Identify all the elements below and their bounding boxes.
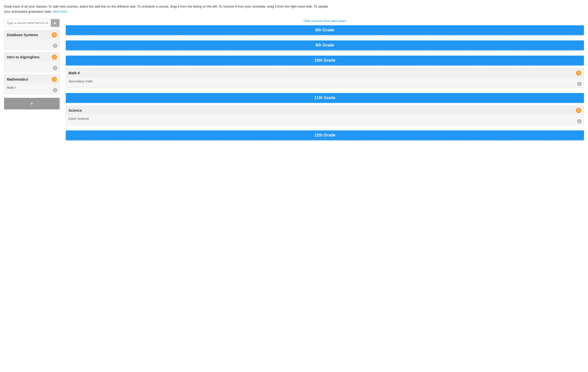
- info-icon-wrap: i: [53, 88, 57, 92]
- info-icon[interactable]: i: [53, 88, 57, 92]
- grade-section: 8th Grade: [66, 25, 584, 35]
- clock-icon[interactable]: [52, 55, 57, 60]
- scheduled-course-sub-name: Earth Science: [69, 117, 89, 121]
- grade-section: 11th GradeScienceEarth Sciencei: [66, 93, 584, 125]
- scheduled-course-body: Secondary mathi: [66, 78, 584, 88]
- left-course-card-body: i: [4, 39, 59, 50]
- grade-section: 9th Grade: [66, 40, 584, 51]
- grade-header: 12th Grade: [66, 130, 584, 141]
- add-course-button[interactable]: +: [4, 98, 60, 109]
- scheduled-course-sub-name: Secondary math: [69, 79, 93, 83]
- right-panel: Hide courses from past years 8th Grade9t…: [66, 19, 584, 146]
- scheduled-course-card: ScienceEarth Sciencei: [66, 106, 584, 125]
- grade-header: 9th Grade: [66, 40, 584, 51]
- clock-icon[interactable]: [576, 71, 581, 76]
- svg-line-2: [54, 35, 55, 35]
- left-courses-container: Database SystemsiIntro to AlgorighmsiMat…: [4, 30, 60, 94]
- scheduled-course-title: Math II: [69, 71, 80, 75]
- scheduled-course-card: Math IISecondary mathi: [66, 68, 584, 88]
- grade-header: 8th Grade: [66, 25, 584, 35]
- grades-container: 8th Grade9th Grade10th GradeMath IISecon…: [66, 25, 584, 141]
- left-course-card: Database Systemsi: [4, 30, 60, 50]
- left-course-card-body: Math Ii: [4, 84, 59, 94]
- scheduled-course-header: Science: [66, 106, 584, 115]
- info-icon[interactable]: i: [53, 43, 57, 48]
- grade-section: 10th GradeMath IISecondary mathi: [66, 56, 584, 88]
- left-course-card: MathematicsMath Ii: [4, 75, 60, 94]
- intro-text: Keep track of all your classes. To add n…: [4, 4, 333, 14]
- info-icon[interactable]: i: [577, 82, 582, 86]
- svg-line-8: [54, 79, 55, 80]
- info-icon-wrap: i: [53, 43, 57, 48]
- svg-line-14: [579, 110, 579, 111]
- search-bar: ►: [4, 19, 60, 27]
- grade-header: 10th Grade: [66, 56, 584, 66]
- clock-icon[interactable]: [52, 77, 57, 82]
- left-course-sub-name: Math I: [7, 86, 16, 89]
- left-course-card-header: Mathematics: [4, 75, 59, 84]
- search-button[interactable]: ►: [51, 19, 59, 27]
- left-course-card-header: Intro to Algorighms: [4, 53, 59, 62]
- svg-line-11: [579, 73, 579, 74]
- svg-line-5: [54, 57, 55, 58]
- info-icon-wrap: i: [577, 119, 582, 124]
- left-course-card-body: i: [4, 62, 59, 72]
- hide-past-courses-link[interactable]: Hide courses from past years: [66, 19, 584, 23]
- info-icon[interactable]: i: [577, 119, 582, 124]
- left-course-card: Intro to Algorighmsi: [4, 52, 60, 72]
- grade-header: 11th Grade: [66, 93, 584, 103]
- page-wrapper: Keep track of all your classes. To add n…: [0, 0, 588, 150]
- info-icon-wrap: i: [577, 82, 582, 86]
- left-course-title: Database Systems: [7, 33, 38, 37]
- clock-icon[interactable]: [52, 32, 57, 37]
- left-course-title: Mathematics: [7, 77, 28, 81]
- info-icon-wrap: i: [53, 66, 57, 70]
- intro-text-after-link: .: [67, 10, 68, 13]
- clock-icon[interactable]: [576, 108, 581, 113]
- graduation-link[interactable]: click here: [53, 10, 67, 13]
- left-panel: ► Database SystemsiIntro to AlgorighmsiM…: [4, 19, 60, 109]
- grade-section: 12th Grade: [66, 130, 584, 141]
- scheduled-course-title: Science: [69, 108, 82, 112]
- search-input[interactable]: [4, 19, 51, 27]
- info-icon[interactable]: i: [53, 66, 57, 70]
- main-layout: ► Database SystemsiIntro to AlgorighmsiM…: [4, 19, 584, 146]
- left-course-title: Intro to Algorighms: [7, 55, 39, 59]
- scheduled-course-header: Math II: [66, 68, 584, 78]
- left-course-card-header: Database Systems: [4, 30, 59, 39]
- scheduled-course-body: Earth Sciencei: [66, 115, 584, 125]
